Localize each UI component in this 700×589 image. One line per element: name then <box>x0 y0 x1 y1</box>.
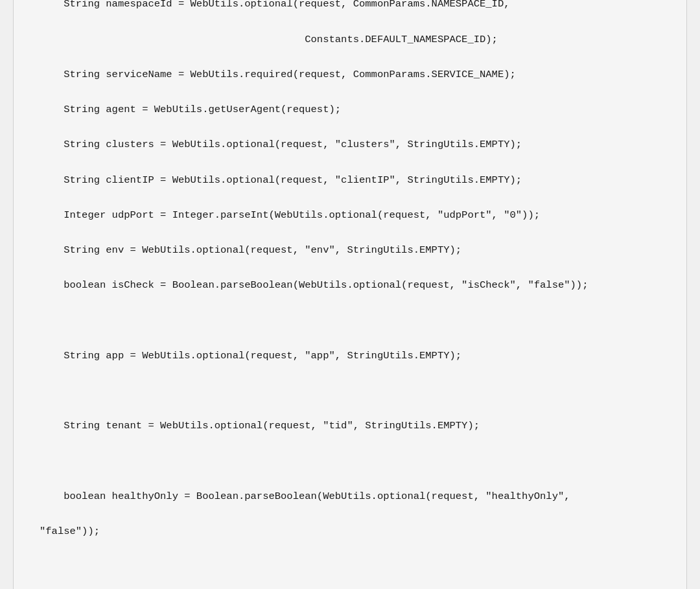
line-19: "false")); <box>40 523 660 540</box>
line-12: boolean isCheck = Boolean.parseBoolean(W… <box>40 277 660 294</box>
line-20 <box>40 558 660 575</box>
line-13 <box>40 312 660 330</box>
line-9: String clientIP = WebUtils.optional(requ… <box>40 172 660 189</box>
line-10: Integer udpPort = Integer.parseInt(WebUt… <box>40 207 660 224</box>
line-14: String app = WebUtils.optional(request, … <box>40 347 660 365</box>
line-17 <box>40 453 660 470</box>
line-7: String agent = WebUtils.getUserAgent(req… <box>40 101 660 119</box>
line-6: String serviceName = WebUtils.required(r… <box>40 66 660 84</box>
line-11: String env = WebUtils.optional(request, … <box>40 242 660 259</box>
code-block: @GetMapping("/list") public JSONObject l… <box>40 0 660 589</box>
line-15 <box>40 382 660 400</box>
line-5: Constants.DEFAULT_NAMESPACE_ID); <box>40 31 660 49</box>
line-4: String namespaceId = WebUtils.optional(r… <box>40 0 660 14</box>
code-container: @GetMapping("/list") public JSONObject l… <box>13 0 687 589</box>
line-18: boolean healthyOnly = Boolean.parseBoole… <box>40 488 660 505</box>
line-16: String tenant = WebUtils.optional(reques… <box>40 417 660 435</box>
line-8: String clusters = WebUtils.optional(requ… <box>40 136 660 154</box>
